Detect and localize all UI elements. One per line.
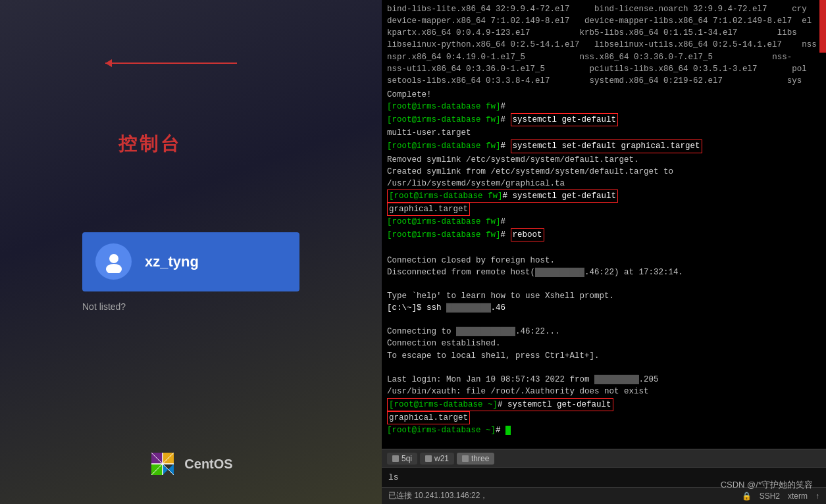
tab-label-w21: w21 bbox=[434, 454, 449, 463]
prompt-line-3: [root@irms-database fw]# systemctl set-d… bbox=[387, 139, 821, 153]
tab-bar: 5qi w21 three bbox=[382, 449, 826, 467]
tab-icon-w21 bbox=[425, 455, 432, 462]
terminal-output[interactable]: bind-libs-lite.x86_64 32:9.9.4-72.el7 bi… bbox=[382, 0, 826, 449]
watermark-text: CSDN @/*守护她的笑容 bbox=[721, 479, 813, 491]
status-right: 🔒 SSH2 xterm ↑ bbox=[742, 491, 819, 501]
connection-closed: Connection closed by foreign host. bbox=[387, 255, 821, 266]
tab-icon-5qi bbox=[392, 455, 399, 462]
status-left: 已连接 10.241.103.146:22， bbox=[388, 490, 488, 501]
avatar bbox=[95, 243, 132, 280]
output-graphical: graphical.target bbox=[387, 411, 470, 424]
arrow-indicator bbox=[105, 63, 237, 64]
escape-line: To escape to local shell, press Ctrl+Alt… bbox=[387, 350, 821, 362]
not-listed-link[interactable]: Not listed? bbox=[82, 301, 126, 312]
prompt-line-7: [root@irms-database ~]# systemctl get-de… bbox=[387, 398, 613, 411]
login-panel: 控制台 xz_tyng Not listed? bbox=[0, 0, 382, 504]
svg-point-0 bbox=[109, 254, 118, 263]
last-prompt: [root@irms-database ~]# bbox=[387, 424, 821, 436]
prompt-line-4: [root@irms-database fw]# systemctl get-d… bbox=[387, 189, 618, 203]
terminal-panel: bind-libs-lite.x86_64 32:9.9.4-72.el7 bi… bbox=[382, 0, 826, 504]
pkg-line-4: libselinux-python.x86_64 0:2.5-14.1.el7 … bbox=[387, 39, 821, 51]
centos-logo: CentOS bbox=[149, 450, 232, 478]
command-text: ls bbox=[388, 472, 399, 482]
pkg-line-3: kpartx.x86_64 0:0.4.9-123.el7 krb5-libs.… bbox=[387, 27, 821, 39]
username-label: xz_tyng bbox=[145, 253, 199, 270]
connection-status: 已连接 10.241.103.146:22， bbox=[388, 490, 488, 501]
user-card[interactable]: xz_tyng bbox=[82, 232, 299, 291]
scrollbar[interactable] bbox=[819, 0, 826, 53]
tab-label-5qi: 5qi bbox=[401, 454, 412, 463]
pkg-line-2: device-mapper.x86_64 7:1.02.149-8.el7 de… bbox=[387, 15, 821, 27]
prompt-line-6: [root@irms-database fw]# reboot bbox=[387, 228, 821, 242]
output-line-3: Created symlink from /etc/systemd/system… bbox=[387, 166, 821, 189]
xauth-line: /usr/bin/xauth: file /root/.Xauthority d… bbox=[387, 386, 821, 397]
disconnected-line: Disconnected from remote host(██████████… bbox=[387, 266, 821, 278]
conn-established: Connection established. bbox=[387, 338, 821, 349]
panel-title: 控制台 bbox=[118, 132, 182, 157]
pkg-line-6: nss-util.x86_64 0:3.36.0-1.el7_5 pciutil… bbox=[387, 63, 821, 75]
prompt-line-2: [root@irms-database fw]# systemctl get-d… bbox=[387, 113, 821, 127]
centos-label: CentOS bbox=[184, 457, 232, 472]
svg-point-1 bbox=[106, 264, 122, 273]
xterm-label: xterm bbox=[788, 491, 808, 501]
tab-icon-three bbox=[462, 455, 469, 462]
lock-icon: 🔒 bbox=[742, 491, 752, 501]
user-icon bbox=[103, 251, 125, 273]
centos-logo-icon bbox=[149, 450, 176, 478]
help-line: Type `help' to learn how to use Xshell p… bbox=[387, 290, 821, 302]
ssh-label: SSH2 bbox=[760, 491, 780, 501]
connecting-line: Connecting to ████████████.46:22... bbox=[387, 326, 821, 338]
prompt-line-1: [root@irms-database fw]# bbox=[387, 101, 821, 113]
complete-line: Complete! bbox=[387, 89, 821, 101]
output-line-2: Removed symlink /etc/systemd/system/defa… bbox=[387, 154, 821, 166]
output-line-4: graphical.target bbox=[387, 203, 470, 216]
tab-w21[interactable]: w21 bbox=[420, 453, 454, 465]
pkg-line-5: nspr.x86_64 0:4.19.0-1.el7_5 nss.x86_64 … bbox=[387, 51, 821, 63]
prompt-line-5: [root@irms-database fw]# bbox=[387, 216, 821, 228]
tab-5qi[interactable]: 5qi bbox=[387, 453, 417, 465]
ssh-line: [c:\~]$ ssh █████████.46 bbox=[387, 302, 821, 314]
tab-label-three: three bbox=[471, 454, 489, 463]
output-line-1: multi-user.target bbox=[387, 127, 821, 139]
pkg-line-7: setools-libs.x86_64 0:3.3.8-4.el7 system… bbox=[387, 75, 821, 87]
last-login: Last login: Mon Jan 10 08:57:43 2022 fro… bbox=[387, 374, 821, 386]
encoding-icon: ↑ bbox=[815, 491, 819, 501]
tab-three[interactable]: three bbox=[457, 453, 494, 465]
pkg-line-1: bind-libs-lite.x86_64 32:9.9.4-72.el7 bi… bbox=[387, 3, 821, 15]
